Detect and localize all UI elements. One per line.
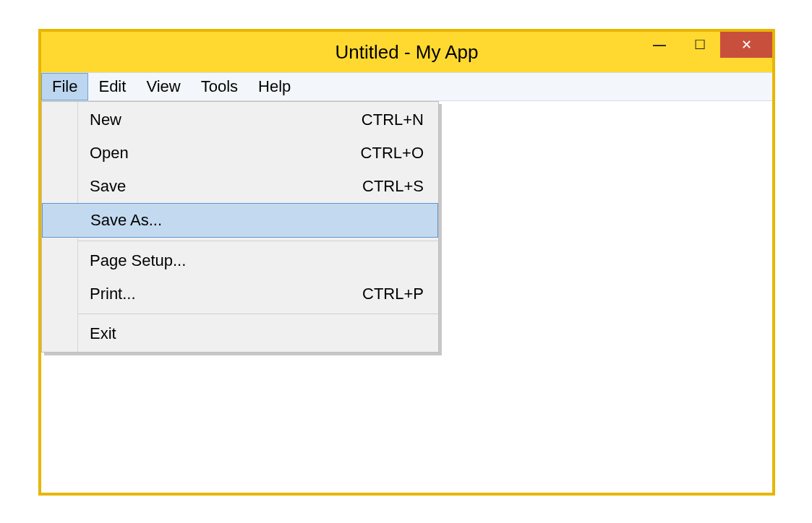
menu-label: View <box>146 77 180 96</box>
menu-label: Tools <box>201 77 238 96</box>
menu-tools[interactable]: Tools <box>191 73 248 100</box>
menu-item-save-as[interactable]: Save As... <box>78 203 438 238</box>
menu-item-new[interactable]: New CTRL+N <box>78 103 438 137</box>
dropdown-list: New CTRL+N Open CTRL+O Save CTRL+S Save … <box>78 102 438 352</box>
menu-edit[interactable]: Edit <box>88 73 136 100</box>
maximize-icon: ☐ <box>694 37 706 53</box>
maximize-button[interactable]: ☐ <box>680 32 720 58</box>
menu-item-label: Print... <box>90 285 136 303</box>
menu-file[interactable]: File <box>41 73 88 100</box>
client-area: File Edit View Tools Help New CTR <box>41 72 772 493</box>
menu-item-shortcut: CTRL+P <box>362 285 424 303</box>
menu-label: Help <box>258 77 291 96</box>
menu-item-label: Save <box>90 177 126 196</box>
menu-view[interactable]: View <box>136 73 190 100</box>
menu-item-label: Exit <box>90 324 116 343</box>
app-window: Untitled - My App — ☐ ✕ File Edit View <box>38 29 775 496</box>
menu-label: Edit <box>98 77 126 96</box>
file-dropdown: New CTRL+N Open CTRL+O Save CTRL+S Save … <box>41 101 439 353</box>
menu-item-shortcut: CTRL+O <box>361 144 424 163</box>
menu-help[interactable]: Help <box>248 73 301 100</box>
menu-item-shortcut: CTRL+S <box>362 177 424 196</box>
menu-item-label: New <box>90 111 121 129</box>
menu-item-page-setup[interactable]: Page Setup... <box>78 244 438 277</box>
minimize-button[interactable]: — <box>639 32 680 58</box>
menu-item-open[interactable]: Open CTRL+O <box>78 137 438 170</box>
close-button[interactable]: ✕ <box>720 32 772 58</box>
minimize-icon: — <box>653 38 666 53</box>
close-icon: ✕ <box>741 37 752 53</box>
menu-separator <box>78 241 438 241</box>
menu-item-label: Save As... <box>90 211 162 230</box>
window-controls: — ☐ ✕ <box>639 32 772 58</box>
titlebar[interactable]: Untitled - My App — ☐ ✕ <box>41 32 772 72</box>
menu-item-label: Page Setup... <box>90 251 186 270</box>
menu-item-print[interactable]: Print... CTRL+P <box>78 277 438 311</box>
menu-label: File <box>52 77 77 96</box>
menu-item-save[interactable]: Save CTRL+S <box>78 170 438 203</box>
menubar: File Edit View Tools Help <box>41 72 772 101</box>
window-title: Untitled - My App <box>336 41 479 64</box>
menu-item-shortcut: CTRL+N <box>362 111 424 129</box>
menu-item-exit[interactable]: Exit <box>78 317 438 350</box>
menu-item-label: Open <box>90 144 129 163</box>
menu-separator <box>78 314 438 314</box>
